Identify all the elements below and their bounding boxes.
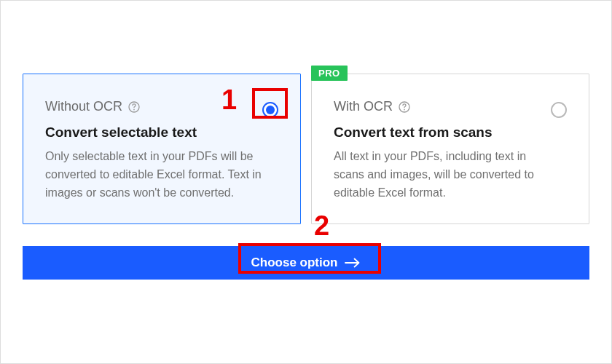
page-container: Without OCR Convert selectable text Only… — [0, 0, 612, 364]
option-description: All text in your PDFs, including text in… — [334, 148, 560, 202]
option-label: Without OCR — [45, 99, 122, 114]
option-title: Convert text from scans — [334, 124, 567, 141]
help-icon[interactable] — [398, 100, 410, 113]
radio-without-ocr[interactable] — [262, 102, 278, 118]
help-icon[interactable] — [128, 100, 140, 113]
pro-badge: PRO — [311, 66, 348, 81]
option-card-with-ocr[interactable]: PRO With OCR Convert text from scans All… — [311, 74, 589, 224]
option-header: Without OCR — [45, 99, 278, 114]
choose-option-button[interactable]: Choose option — [23, 246, 589, 280]
option-header: With OCR — [334, 99, 567, 114]
option-label: With OCR — [334, 99, 393, 114]
options-row: Without OCR Convert selectable text Only… — [23, 74, 589, 224]
radio-dot-icon — [266, 106, 275, 114]
svg-point-3 — [404, 108, 405, 110]
radio-with-ocr[interactable] — [551, 102, 567, 118]
option-title: Convert selectable text — [45, 124, 278, 141]
arrow-right-icon — [345, 258, 361, 268]
svg-point-1 — [133, 108, 135, 110]
cta-label: Choose option — [251, 256, 338, 270]
option-description: Only selectable text in your PDFs will b… — [45, 148, 271, 202]
option-card-without-ocr[interactable]: Without OCR Convert selectable text Only… — [23, 74, 301, 224]
